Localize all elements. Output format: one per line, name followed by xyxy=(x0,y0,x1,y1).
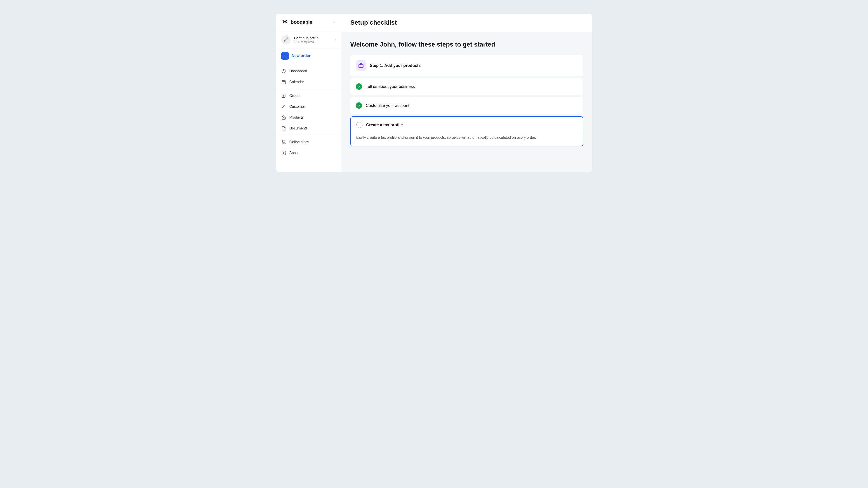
checklist-item-header-business[interactable]: Tell us about your business xyxy=(350,78,583,95)
dashboard-label: Dashboard xyxy=(289,69,307,73)
checklist-item-header[interactable]: Step 1: Add your products xyxy=(350,55,583,76)
products-icon xyxy=(281,115,286,120)
tell-business-label: Tell us about your business xyxy=(366,84,415,89)
setup-chevron-icon: › xyxy=(335,38,336,42)
welcome-heading: Welcome John, follow these steps to get … xyxy=(350,41,583,48)
orders-icon xyxy=(281,93,286,98)
setup-progress[interactable]: Continue setup 2/14 completed › xyxy=(276,31,341,49)
new-order-plus-icon: + xyxy=(281,52,289,60)
store-icon xyxy=(281,140,286,144)
sidebar-item-documents[interactable]: Documents xyxy=(276,123,341,134)
checklist-item-header-customize[interactable]: Customize your account xyxy=(350,97,583,113)
tax-profile-body-text: Easily create a tax profile and assign i… xyxy=(356,135,577,140)
checklist-item-header-tax[interactable]: Create a tax profile xyxy=(351,117,583,133)
tax-profile-label: Create a tax profile xyxy=(366,123,403,127)
sidebar-item-calendar[interactable]: Calendar xyxy=(276,76,341,88)
products-label: Products xyxy=(289,116,304,120)
customer-icon xyxy=(281,104,286,109)
checklist-item-tell-business[interactable]: Tell us about your business xyxy=(350,78,583,95)
svg-point-8 xyxy=(283,143,283,144)
setup-title: Continue setup xyxy=(294,36,332,40)
page-title: Setup checklist xyxy=(350,19,583,26)
sidebar-item-apps[interactable]: Apps xyxy=(276,148,341,158)
apps-label: Apps xyxy=(289,151,298,155)
new-order-button[interactable]: + New order xyxy=(276,49,341,63)
svg-rect-10 xyxy=(283,153,284,154)
sidebar: booqable « Continue setup 2/14 completed xyxy=(276,13,341,172)
checklist-item-add-products[interactable]: Step 1: Add your products xyxy=(350,55,583,76)
logo-icon xyxy=(281,19,288,26)
documents-icon xyxy=(281,126,286,131)
setup-icon xyxy=(281,35,291,44)
checklist-item-tax-profile[interactable]: Create a tax profile Easily create a tax… xyxy=(350,116,583,147)
svg-point-0 xyxy=(286,39,287,40)
svg-point-9 xyxy=(285,143,285,144)
sidebar-item-online-store[interactable]: Online store xyxy=(276,137,341,148)
customize-account-label: Customize your account xyxy=(366,103,409,108)
sidebar-item-customer[interactable]: Customer xyxy=(276,101,341,112)
new-order-label: New order xyxy=(291,54,310,58)
sidebar-item-orders[interactable]: Orders xyxy=(276,90,341,101)
step-icon-wrap xyxy=(356,60,366,71)
add-products-label: Step 1: Add your products xyxy=(370,63,421,68)
main-body: Welcome John, follow these steps to get … xyxy=(341,32,592,172)
pending-circle-tax xyxy=(356,122,363,128)
setup-subtitle: 2/14 completed xyxy=(294,40,332,43)
orders-label: Orders xyxy=(289,94,301,98)
calendar-label: Calendar xyxy=(289,80,304,84)
svg-point-7 xyxy=(283,105,285,107)
collapse-icon: « xyxy=(333,20,335,25)
dashboard-icon xyxy=(281,69,286,74)
online-store-label: Online store xyxy=(289,140,309,144)
logo-area: booqable xyxy=(281,19,312,26)
nav-divider-3 xyxy=(276,135,341,135)
app-name: booqable xyxy=(291,19,312,25)
app-container: booqable « Continue setup 2/14 completed xyxy=(276,13,592,172)
sidebar-header: booqable « xyxy=(276,13,341,31)
checklist-item-customize[interactable]: Customize your account xyxy=(350,97,583,113)
main-header: Setup checklist xyxy=(341,13,592,32)
collapse-button[interactable]: « xyxy=(332,19,336,26)
apps-icon xyxy=(281,151,286,156)
main-content: Setup checklist Welcome John, follow the… xyxy=(341,13,592,172)
documents-label: Documents xyxy=(289,126,308,130)
setup-text: Continue setup 2/14 completed xyxy=(294,36,332,43)
briefcase-icon xyxy=(358,63,364,68)
sidebar-item-products[interactable]: Products xyxy=(276,112,341,123)
calendar-icon xyxy=(281,79,286,85)
check-circle-customize xyxy=(356,102,362,109)
check-circle-business xyxy=(356,84,362,90)
sidebar-item-dashboard[interactable]: Dashboard xyxy=(276,66,341,76)
svg-rect-2 xyxy=(282,80,285,84)
customer-label: Customer xyxy=(289,105,305,109)
checklist-body-tax: Easily create a tax profile and assign i… xyxy=(351,133,583,146)
